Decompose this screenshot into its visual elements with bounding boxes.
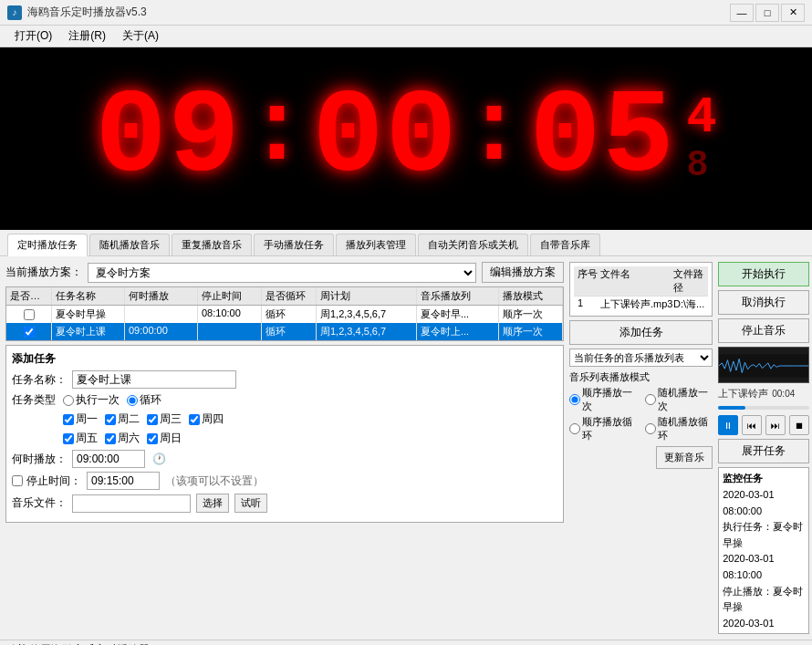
task-table: 是否执行 任务名称 何时播放 停止时间 是否循环 周计划 音乐播放列 播放模式 … [5,286,564,341]
playlist-select[interactable]: 当前任务的音乐播放列表 [569,349,713,367]
row1-check[interactable] [6,306,52,323]
tab-scheduled[interactable]: 定时播放任务 [7,234,88,256]
task-name-input[interactable] [72,370,236,389]
stop-time-input[interactable] [87,472,160,490]
row2-check[interactable] [6,323,52,340]
row2-stoptime [198,323,262,340]
next-button[interactable]: ⏭ [765,415,786,435]
play-mode-rand-loop-label: 随机播放循环 [658,415,713,442]
row2-music: 夏令时上... [417,323,499,340]
start-button[interactable]: 开始执行 [718,262,809,286]
monitor-log-2: 2020-03-01 08:10:00 [723,551,805,583]
music-file-input[interactable] [72,494,191,513]
clock-colon2: : [464,82,525,182]
weekday-fri: 周五 [63,431,98,446]
type-loop-label: 循环 [140,392,161,408]
progress-bar-container[interactable] [718,406,809,410]
clock-secondary-bottom: 8 [687,148,717,184]
weekday-tue-label: 周二 [118,411,140,427]
play-time-row: 何时播放： 🕐 [12,450,557,468]
weekday-thu: 周四 [189,411,224,427]
minimize-button[interactable]: — [730,4,754,22]
play-mode-row2: 顺序播放循环 随机播放循环 [569,415,713,442]
cancel-button[interactable]: 取消执行 [718,290,809,315]
clock-colon1: : [246,82,307,182]
col-execute: 是否执行 [6,287,52,305]
clock-minutes: 00 [312,79,458,198]
browse-button[interactable]: 选择 [196,494,229,513]
type-once-radio[interactable] [63,395,74,406]
monitor-log-0: 2020-03-01 08:00:00 [723,487,805,519]
weekday-group2: 周五 周六 周日 [63,431,182,446]
monitor-log-4: 2020-03-01 09:00:00 [723,616,805,634]
stop-time-label: 停止时间： [26,473,81,489]
table-row[interactable]: 夏令时上课 09:00:00 循环 周1,2,3,4,5,6,7 夏令时上...… [6,323,563,340]
scheme-select[interactable]: 夏令时方案 [88,263,476,283]
stop-time-row: 停止时间： （该项可以不设置） [12,472,557,490]
play-pause-button[interactable]: ⏸ [718,415,738,435]
task-name-row: 任务名称： [12,370,557,389]
add-task-button[interactable]: 添加任务 [569,320,713,345]
tab-repeat[interactable]: 重复播放音乐 [172,234,252,255]
col-schedule: 周计划 [317,287,417,305]
preview-button[interactable]: 试听 [234,494,267,513]
weekday-tue: 周二 [105,411,140,427]
menu-bar: 打开(O) 注册(R) 关于(A) [0,26,812,47]
type-loop-radio[interactable] [127,395,138,406]
clock-hours: 09 [95,79,241,198]
table-header: 是否执行 任务名称 何时播放 停止时间 是否循环 周计划 音乐播放列 播放模式 [6,287,563,306]
weekday-mon-label: 周一 [76,411,98,427]
tab-auto-close[interactable]: 自动关闭音乐或关机 [418,234,528,255]
music-file-row[interactable]: 1 上下课铃声.mp3 D:\海... [574,296,708,312]
menu-open[interactable]: 打开(O) [7,26,59,46]
weekday-sun: 周日 [147,431,182,446]
col-stoptime: 停止时间 [198,287,262,305]
close-button[interactable]: ✕ [781,4,805,22]
maximize-button[interactable]: □ [755,4,779,22]
weekday-row2: 周五 周六 周日 [12,431,557,446]
row1-playtime [125,306,198,323]
edit-scheme-button[interactable]: 编辑播放方案 [482,262,564,283]
tab-playlist-mgr[interactable]: 播放列表管理 [336,234,416,255]
clock-secondary: 4 8 [687,93,717,184]
music-row1-num: 1 [578,297,600,311]
stop-time-check[interactable] [12,475,23,486]
update-music-button[interactable]: 更新音乐 [656,446,713,469]
row2-playtime: 09:00:00 [125,323,198,340]
menu-about[interactable]: 关于(A) [115,26,166,46]
clock-secondary-top: 4 [687,93,717,143]
play-mode-row1: 顺序播放一次 随机播放一次 [569,386,713,413]
weekday-mon: 周一 [63,411,98,427]
tab-music-lib[interactable]: 自带音乐库 [530,234,600,255]
row1-stoptime: 08:10:00 [198,306,262,323]
title-bar-left: ♪ 海鸥音乐定时播放器v5.3 [7,5,147,20]
weekday-row1: 周一 周二 周三 周四 [12,411,557,427]
music-file-header: 序号 文件名 文件路径 [574,266,708,296]
play-mode-label: 音乐列表播放模式 [569,370,713,384]
title-bar: ♪ 海鸥音乐定时播放器v5.3 — □ ✕ [0,0,812,26]
window-title: 海鸥音乐定时播放器v5.3 [27,5,147,20]
music-col-num: 序号 [578,267,600,295]
play-time-input[interactable] [72,450,145,468]
row2-mode: 顺序一次 [499,323,563,340]
tab-random[interactable]: 随机播放音乐 [89,234,170,255]
table-row[interactable]: 夏令时早操 08:10:00 循环 周1,2,3,4,5,6,7 夏令时早...… [6,306,563,323]
stop-button[interactable]: ⏹ [789,415,809,435]
volume-row: 上下课铃声 00:04 [718,387,809,401]
task-type-group: 执行一次 循环 [63,392,161,408]
tab-manual[interactable]: 手动播放任务 [254,234,334,255]
stop-music-button[interactable]: 停止音乐 [718,318,809,343]
monitor-panel: 监控任务 2020-03-01 08:00:00 执行任务：夏令时早操 2020… [718,467,809,634]
prev-button[interactable]: ⏮ [742,415,762,435]
col-musiclist: 音乐播放列 [417,287,499,305]
task-name-label: 任务名称： [12,372,67,388]
menu-register[interactable]: 注册(R) [61,26,113,46]
expand-button[interactable]: 展开任务 [718,439,809,463]
add-task-title: 添加任务 [12,351,557,367]
playlist-dropdown: 当前任务的音乐播放列表 [569,349,713,367]
add-task-section: 添加任务 任务名称： 任务类型 执行一次 循环 [5,345,564,523]
col-loop: 是否循环 [262,287,317,305]
weekday-thu-label: 周四 [202,411,224,427]
play-mode-rand-loop: 随机播放循环 [645,415,713,442]
app-icon: ♪ [7,5,22,20]
